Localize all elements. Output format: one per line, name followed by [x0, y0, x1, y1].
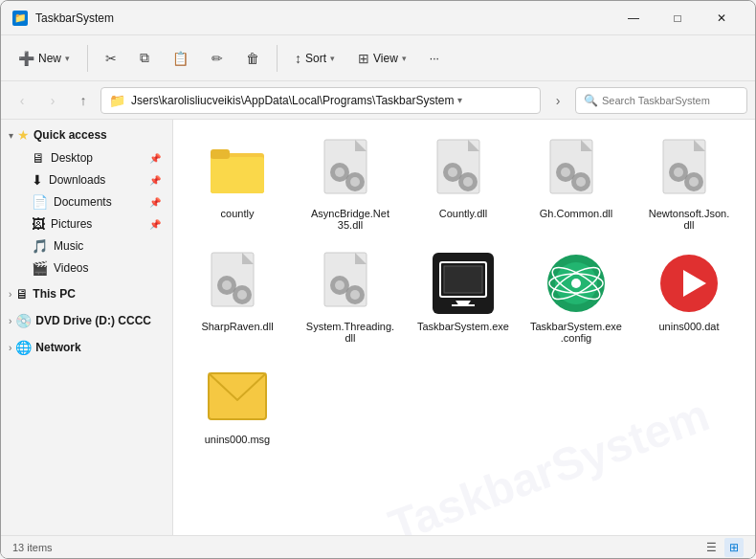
sidebar-item-music[interactable]: 🎵 Music: [5, 235, 168, 257]
new-icon: ➕: [18, 51, 34, 66]
pictures-pin-icon: 📌: [149, 219, 161, 230]
dvd-header[interactable]: › 💿 DVD Drive (D:) CCCC: [1, 309, 172, 332]
network-label: Network: [35, 341, 80, 354]
toolbar-separator-2: [277, 45, 278, 72]
dll-icon-wrap: [317, 137, 384, 204]
list-item[interactable]: Gh.Common.dll: [523, 131, 629, 236]
videos-icon: 🎬: [32, 260, 48, 276]
this-pc-label: This PC: [33, 287, 76, 301]
back-button[interactable]: ‹: [9, 87, 35, 114]
view-grid-button[interactable]: ⊞: [724, 538, 744, 557]
dll-icon-wrap: [204, 250, 271, 317]
list-item[interactable]: countly: [185, 131, 290, 236]
rename-button[interactable]: ✏: [202, 45, 233, 72]
dll-icon-svg: [322, 251, 378, 316]
sidebar-item-desktop[interactable]: 🖥 Desktop 📌: [5, 147, 168, 168]
search-box[interactable]: 🔍: [575, 87, 747, 114]
file-name: Newtonsoft.Json. dll: [642, 208, 736, 231]
sort-chevron: ▾: [330, 54, 335, 63]
path-chevron: ▾: [457, 95, 462, 105]
paste-button[interactable]: 📋: [163, 45, 198, 72]
rename-icon: ✏: [211, 51, 223, 66]
folder-icon-wrap: [204, 137, 271, 204]
list-item[interactable]: unins000.dat: [636, 244, 742, 349]
address-path[interactable]: 📁 Jsers\karolisliucveikis\AppData\Local\…: [100, 87, 541, 114]
svg-point-12: [448, 168, 457, 177]
exe-icon-svg: [433, 253, 494, 314]
file-name: AsyncBridge.Net 35.dll: [303, 208, 397, 231]
new-chevron: ▾: [65, 54, 70, 63]
list-item[interactable]: Newtonsoft.Json. dll: [636, 131, 742, 236]
delete-button[interactable]: 🗑: [236, 45, 269, 72]
copy-button[interactable]: ⧉: [130, 44, 159, 72]
more-button[interactable]: ···: [420, 46, 449, 71]
dvd-label: DVD Drive (D:) CCCC: [35, 314, 151, 327]
svg-point-20: [576, 177, 586, 187]
dll-icon-wrap: [317, 250, 384, 317]
maximize-button[interactable]: □: [656, 3, 700, 34]
sort-button[interactable]: ↕ Sort ▾: [285, 45, 345, 72]
file-name: unins000.dat: [659, 321, 720, 332]
address-forward-button[interactable]: ›: [545, 87, 571, 114]
list-item[interactable]: TaskbarSystem.exe.config: [523, 244, 629, 349]
svg-point-8: [350, 177, 360, 187]
desktop-pin-icon: 📌: [149, 153, 161, 164]
list-item[interactable]: System.Threading.dll: [298, 244, 403, 349]
forward-button[interactable]: ›: [39, 87, 66, 114]
svg-point-42: [335, 280, 345, 290]
svg-point-26: [689, 177, 699, 187]
view-chevron: ▾: [402, 54, 407, 63]
dll-icon-svg: [548, 138, 604, 203]
svg-rect-49: [452, 304, 475, 306]
delete-icon: 🗑: [246, 51, 259, 66]
dvd-section: › 💿 DVD Drive (D:) CCCC: [1, 309, 172, 332]
file-grid: countly AsyncBridge.Net: [185, 131, 744, 451]
documents-pin-icon: 📌: [149, 197, 161, 208]
list-item[interactable]: unins000.msg: [185, 357, 290, 451]
minimize-button[interactable]: —: [611, 3, 656, 34]
view-list-button[interactable]: ☰: [701, 538, 721, 557]
quick-access-header[interactable]: ▾ ★ Quick access: [1, 123, 172, 146]
up-button[interactable]: ↑: [70, 87, 97, 114]
list-item[interactable]: Countly.dll: [411, 131, 516, 236]
file-name: unins000.msg: [205, 434, 271, 445]
list-item[interactable]: AsyncBridge.Net 35.dll: [298, 131, 403, 236]
window-title: TaskbarSystem: [35, 11, 611, 25]
play-icon-svg: [658, 253, 720, 314]
view-button[interactable]: ⊞ View ▾: [348, 45, 416, 72]
sidebar-item-downloads[interactable]: ⬇ Downloads 📌: [5, 169, 168, 190]
list-item[interactable]: TaskbarSystem.exe: [411, 244, 516, 349]
file-name: countly: [221, 208, 255, 219]
sidebar-item-videos[interactable]: 🎬 Videos: [5, 257, 168, 279]
sidebar-item-documents-label: Documents: [54, 195, 112, 209]
this-pc-header[interactable]: › 🖥 This PC: [1, 282, 172, 305]
toolbar-separator-1: [87, 45, 88, 72]
cut-button[interactable]: ✂: [96, 45, 126, 72]
sidebar-item-documents[interactable]: 📄 Documents 📌: [5, 191, 168, 212]
svg-point-6: [335, 168, 345, 177]
sidebar-item-pictures[interactable]: 🖼 Pictures 📌: [5, 213, 168, 235]
close-button[interactable]: ✕: [700, 3, 744, 34]
new-button[interactable]: ➕ New ▾: [9, 45, 79, 72]
sidebar-item-music-label: Music: [54, 239, 83, 253]
item-count: 13 items: [12, 542, 53, 553]
list-item[interactable]: sdk.dll: [749, 131, 755, 236]
file-name: Gh.Common.dll: [540, 208, 612, 219]
search-icon: 🔍: [584, 94, 598, 107]
svg-point-38: [237, 290, 247, 300]
copy-icon: ⧉: [140, 50, 149, 66]
path-folder-icon: 📁: [109, 93, 125, 108]
downloads-pin-icon: 📌: [149, 175, 161, 186]
play-icon-wrap: [656, 250, 723, 317]
network-header[interactable]: › 🌐 Network: [1, 336, 172, 359]
envelope-icon-svg: [207, 371, 268, 421]
sidebar-item-downloads-label: Downloads: [49, 173, 105, 187]
documents-icon: 📄: [32, 194, 48, 210]
list-item[interactable]: unins000.exe: [749, 244, 755, 349]
svg-rect-1: [211, 157, 264, 193]
dll-icon-svg: [322, 138, 378, 203]
list-item[interactable]: SharpRaven.dll: [185, 244, 290, 349]
sidebar: ▾ ★ Quick access 🖥 Desktop 📌 ⬇ Downloads…: [1, 120, 173, 535]
sort-label: Sort: [305, 52, 326, 65]
search-input[interactable]: [602, 95, 739, 106]
